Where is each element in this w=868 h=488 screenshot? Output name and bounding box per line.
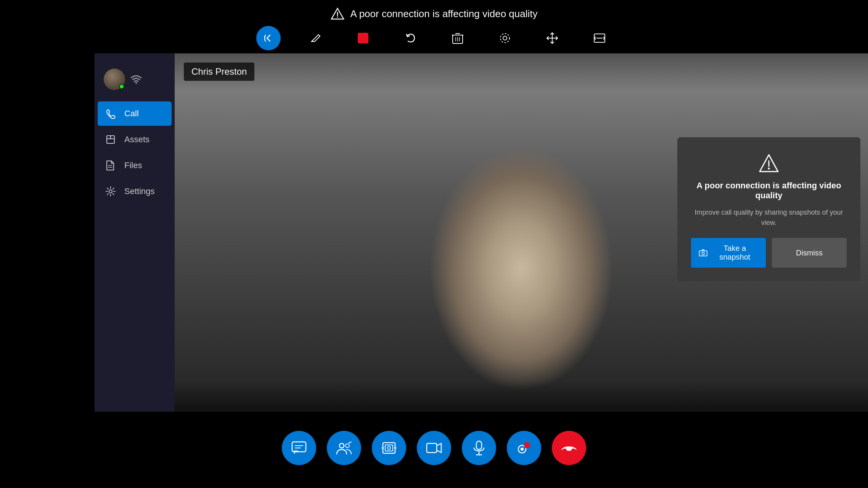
sidebar-item-call-label: Call [124,109,139,119]
undo-button[interactable] [398,26,423,50]
main-area: Call Assets [0,53,868,488]
sidebar-item-assets-label: Assets [124,135,149,144]
delete-button[interactable] [445,26,470,50]
poor-connection-popup: A poor connection is affecting video qua… [677,137,860,281]
video-area: Chris Preston A poor connection is affec… [175,53,868,412]
svg-point-30 [339,443,344,448]
dismiss-button[interactable]: Dismiss [772,238,847,268]
box-icon [105,134,117,145]
video-button[interactable] [417,431,451,465]
phone-icon [105,108,117,119]
popup-warning-icon [758,152,780,174]
svg-rect-27 [292,442,306,452]
sidebar: Call Assets [95,53,175,412]
svg-point-10 [500,34,510,43]
move-button[interactable] [540,26,564,50]
svg-point-24 [768,168,770,170]
svg-point-43 [521,448,524,451]
svg-point-31 [346,444,349,448]
mic-button[interactable] [462,431,496,465]
participants-button[interactable] [327,431,361,465]
caller-name-text: Chris Preston [191,66,247,77]
svg-rect-33 [383,443,395,453]
wifi-icon [130,75,142,84]
sidebar-item-assets[interactable]: Assets [98,127,172,152]
call-controls [0,431,868,465]
take-snapshot-label: Take a snapshot [712,244,758,262]
top-warning-icon [331,7,344,21]
gear-icon [105,186,117,197]
sidebar-item-settings[interactable]: Settings [98,179,172,204]
caller-name-badge: Chris Preston [184,63,254,81]
sidebar-item-settings-label: Settings [124,186,155,196]
pen-button[interactable] [304,26,328,50]
popup-title: A poor connection is affecting video qua… [691,181,847,201]
video-bottom-gradient [175,381,868,412]
avatar-wrapper [104,69,125,90]
stop-button[interactable] [351,26,375,50]
svg-point-2 [337,17,338,18]
popup-subtitle: Improve call quality by sharing snapshot… [691,207,847,228]
sidebar-item-files-label: Files [124,161,142,170]
top-toolbar [0,23,868,53]
sidebar-profile [95,65,175,101]
take-snapshot-button[interactable]: Take a snapshot [691,238,766,268]
sidebar-item-files[interactable]: Files [98,153,172,178]
top-warning-text: A poor connection is affecting video qua… [350,8,538,20]
screenshot-button[interactable] [372,431,406,465]
svg-rect-34 [385,445,393,451]
toolbar-settings-button[interactable] [493,26,517,50]
svg-point-15 [135,82,137,84]
back-button[interactable] [256,26,281,50]
svg-point-9 [503,36,507,40]
online-indicator [119,84,124,89]
svg-point-26 [702,252,704,255]
svg-point-45 [525,443,529,447]
chat-button[interactable] [282,431,316,465]
dismiss-label: Dismiss [796,249,823,257]
svg-rect-38 [427,443,437,453]
svg-point-21 [109,190,112,193]
file-icon [105,160,117,171]
popup-buttons: Take a snapshot Dismiss [691,238,847,268]
sidebar-navigation: Call Assets [95,101,175,204]
svg-rect-39 [476,441,482,449]
end-call-button[interactable] [552,431,586,465]
fit-button[interactable] [587,26,612,50]
record-button[interactable] [507,431,541,465]
video-top-gradient [175,53,868,92]
svg-rect-25 [699,251,707,256]
sidebar-item-call[interactable]: Call [98,101,172,126]
svg-point-35 [387,446,391,449]
